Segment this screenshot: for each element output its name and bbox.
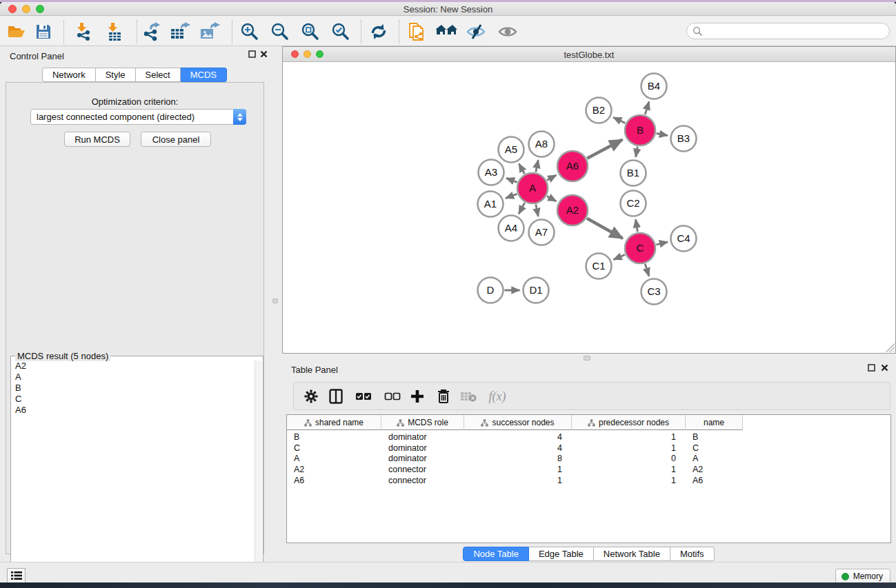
- network-node-B1[interactable]: B1: [621, 161, 646, 186]
- open-session-icon[interactable]: [6, 21, 28, 42]
- network-node-A2[interactable]: A2: [557, 195, 588, 225]
- column-header-shared-name[interactable]: shared name: [287, 415, 381, 430]
- float-window-icon[interactable]: [868, 364, 875, 372]
- tab-motifs[interactable]: Motifs: [670, 547, 715, 561]
- network-node-D[interactable]: D: [478, 278, 504, 303]
- network-node-A5[interactable]: A5: [499, 137, 524, 163]
- import-table-icon[interactable]: [103, 21, 126, 42]
- show-panel-icon[interactable]: [497, 21, 519, 42]
- search-field[interactable]: [686, 23, 890, 39]
- close-panel-button[interactable]: Close panel: [141, 132, 211, 147]
- new-network-file-icon[interactable]: [406, 21, 428, 42]
- function-icon[interactable]: f(x): [487, 386, 508, 407]
- table-row[interactable]: Cdominator41C: [287, 443, 890, 454]
- network-edge-A-A5[interactable]: [519, 164, 524, 174]
- network-node-B[interactable]: B: [625, 115, 655, 145]
- trash-icon[interactable]: [433, 386, 454, 407]
- network-edge-A-A2[interactable]: [547, 196, 556, 201]
- column-header-name[interactable]: name: [686, 415, 743, 430]
- table-row[interactable]: A2connector11A2: [287, 464, 890, 475]
- gear-icon[interactable]: [301, 386, 321, 407]
- network-edge-A-A1[interactable]: [506, 194, 517, 198]
- add-icon[interactable]: [407, 386, 428, 407]
- network-edge-C-C1[interactable]: [614, 255, 625, 260]
- network-node-C1[interactable]: C1: [586, 254, 612, 279]
- task-history-button[interactable]: [7, 568, 26, 582]
- export-image-icon[interactable]: [199, 21, 221, 42]
- select-all-icon[interactable]: [353, 386, 374, 407]
- network-edge-A-A7[interactable]: [536, 205, 539, 216]
- network-edge-A6-B[interactable]: [587, 140, 622, 159]
- network-node-C4[interactable]: C4: [671, 226, 697, 252]
- list-item[interactable]: B: [12, 383, 255, 394]
- column-header-predecessor-nodes[interactable]: predecessor nodes: [572, 415, 686, 430]
- home-panes-icon[interactable]: [436, 21, 458, 42]
- zoom-out-icon[interactable]: [269, 21, 291, 42]
- network-edge-A-A6[interactable]: [547, 175, 556, 180]
- zoom-selected-icon[interactable]: [330, 21, 352, 42]
- network-edge-B-B1[interactable]: [636, 147, 637, 157]
- float-window-icon[interactable]: [248, 50, 256, 58]
- list-item[interactable]: A6: [12, 405, 255, 416]
- criterion-dropdown[interactable]: largest connected component (directed): [30, 109, 246, 125]
- list-item[interactable]: C: [12, 394, 255, 405]
- column-header-MCDS-role[interactable]: MCDS role: [381, 415, 464, 430]
- search-input[interactable]: [702, 25, 889, 37]
- network-node-D1[interactable]: D1: [524, 278, 549, 303]
- network-edge-A-A4[interactable]: [519, 203, 525, 214]
- divider-grip-icon[interactable]: [272, 298, 278, 303]
- network-node-C2[interactable]: C2: [621, 191, 646, 216]
- tab-edge-table[interactable]: Edge Table: [529, 547, 594, 561]
- import-network-icon[interactable]: [72, 21, 94, 42]
- tab-mcds[interactable]: MCDS: [181, 68, 227, 82]
- network-node-C3[interactable]: C3: [641, 279, 667, 305]
- network-edge-A-A8[interactable]: [536, 160, 539, 172]
- run-mcds-button[interactable]: Run MCDS: [64, 132, 130, 147]
- table-row[interactable]: Bdominator41B: [287, 432, 890, 443]
- network-node-A3[interactable]: A3: [479, 160, 504, 185]
- network-edge-C-C3[interactable]: [645, 264, 649, 276]
- network-edge-B-B3[interactable]: [657, 133, 668, 135]
- delete-table-icon[interactable]: [458, 386, 479, 407]
- network-node-A[interactable]: A: [517, 173, 548, 203]
- network-node-A1[interactable]: A1: [478, 192, 504, 217]
- refresh-icon[interactable]: [368, 21, 390, 42]
- network-node-B3[interactable]: B3: [671, 126, 697, 152]
- network-edge-A-A3[interactable]: [506, 178, 517, 182]
- close-panel-icon[interactable]: [881, 364, 888, 372]
- hide-panel-icon[interactable]: [465, 21, 487, 42]
- export-table-icon[interactable]: [169, 21, 191, 42]
- network-node-A6[interactable]: A6: [557, 151, 588, 181]
- columns-icon[interactable]: [326, 386, 346, 407]
- network-node-B4[interactable]: B4: [641, 74, 667, 99]
- network-edge-A2-C[interactable]: [587, 219, 623, 239]
- close-panel-icon[interactable]: [260, 50, 268, 58]
- mcds-result-scrollbar[interactable]: [255, 361, 262, 582]
- list-item[interactable]: A2: [12, 361, 255, 372]
- save-session-icon[interactable]: [32, 21, 54, 42]
- network-canvas-svg[interactable]: AA1A2A3A4A5A6A7A8BB1B2B3B4CC1C2C3C4DD1: [283, 63, 895, 353]
- table-row[interactable]: A6connector11A6: [287, 475, 890, 486]
- tab-node-table[interactable]: Node Table: [463, 547, 529, 561]
- divider-grip-icon[interactable]: [584, 356, 590, 361]
- list-item[interactable]: A: [12, 372, 255, 383]
- zoom-fit-icon[interactable]: [299, 21, 321, 42]
- network-edge-B-B2[interactable]: [613, 117, 625, 123]
- tab-style[interactable]: Style: [96, 68, 136, 82]
- deselect-all-icon[interactable]: [382, 386, 403, 407]
- network-node-B2[interactable]: B2: [586, 98, 612, 123]
- column-header-successor-nodes[interactable]: successor nodes: [464, 415, 572, 430]
- export-network-icon[interactable]: [140, 21, 162, 42]
- network-edge-B-B4[interactable]: [645, 101, 649, 114]
- network-window-titlebar[interactable]: testGlobe.txt: [283, 47, 895, 62]
- network-node-A8[interactable]: A8: [529, 132, 555, 157]
- tab-network-table[interactable]: Network Table: [594, 547, 670, 561]
- panel-divider-vertical[interactable]: [269, 46, 281, 562]
- network-node-C[interactable]: C: [625, 233, 655, 263]
- network-edge-C-C4[interactable]: [656, 242, 668, 245]
- tab-network[interactable]: Network: [42, 68, 96, 82]
- network-edge-C-C2[interactable]: [636, 219, 638, 232]
- zoom-in-icon[interactable]: [239, 21, 261, 42]
- resize-grip-icon[interactable]: [886, 343, 895, 352]
- network-node-A7[interactable]: A7: [529, 220, 555, 245]
